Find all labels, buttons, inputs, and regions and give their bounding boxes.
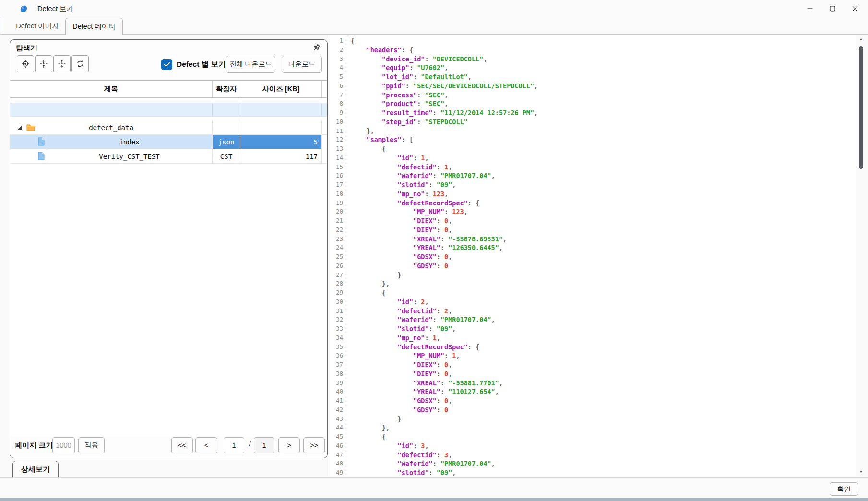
code-line: "GDSY": 0: [351, 262, 856, 271]
tab-defect-image[interactable]: Defect 이미지: [12, 18, 63, 34]
line-number: 48: [330, 459, 343, 468]
view-by-defect-checkbox[interactable]: [161, 59, 172, 70]
apply-button[interactable]: 적용: [78, 437, 105, 453]
code-line: "equip": "U7602",: [351, 63, 856, 72]
code-line: "GDSX": 0,: [351, 252, 856, 262]
code-line: "waferid": "PMR01707.04",: [351, 459, 856, 468]
column-header-title[interactable]: 제목: [10, 81, 213, 97]
line-number: 29: [330, 288, 343, 298]
refresh-icon: [76, 60, 84, 68]
line-number: 7: [330, 91, 343, 100]
page-size-input[interactable]: [52, 437, 75, 453]
line-number: 39: [330, 379, 343, 388]
line-number: 2: [330, 46, 343, 55]
locate-target-button[interactable]: [17, 55, 34, 72]
line-number: 40: [330, 387, 343, 396]
table-row-folder[interactable]: defect_data: [10, 120, 327, 135]
row-size: [240, 120, 322, 134]
tab-content: 탐색기 Defect 별 보기 전체 다운로드 다운로드: [0, 35, 868, 477]
code-line: },: [351, 423, 856, 432]
tree-indent-line: [47, 149, 47, 163]
page-size-label: 페이지 크기: [15, 441, 53, 450]
line-number: 37: [330, 360, 343, 370]
filter-cell-title[interactable]: [10, 103, 213, 116]
row-size: 5: [240, 135, 322, 149]
line-number: 11: [330, 127, 343, 136]
filter-cell-size[interactable]: [240, 103, 322, 116]
caption-buttons: [798, 0, 866, 17]
explorer-title: 탐색기: [16, 44, 37, 53]
maximize-button[interactable]: [821, 0, 844, 17]
scroll-down-icon[interactable]: ▼: [857, 468, 865, 475]
expand-all-button[interactable]: [53, 55, 71, 72]
line-number: 24: [330, 243, 343, 252]
column-header-filler: [322, 81, 327, 97]
minimize-button[interactable]: [798, 0, 821, 17]
close-button[interactable]: [844, 0, 866, 17]
prev-page-button[interactable]: <: [195, 437, 217, 453]
line-number: 49: [330, 468, 343, 476]
line-number: 34: [330, 334, 343, 343]
next-page-button[interactable]: >: [278, 437, 300, 453]
code-line: "process": "SEC",: [351, 91, 856, 100]
table-row-index[interactable]: index json 5: [10, 135, 327, 149]
tree-indent-line: [47, 135, 47, 149]
line-number: 14: [330, 154, 343, 163]
line-number: 12: [330, 135, 343, 144]
code-line: "lot_id": "DefaultLot",: [351, 72, 856, 82]
line-number: 35: [330, 343, 343, 352]
code-line: "YREAL": "110127.654",: [351, 387, 856, 396]
pin-icon[interactable]: [311, 43, 321, 53]
first-page-button[interactable]: <<: [171, 437, 193, 453]
ok-button[interactable]: 확인: [830, 482, 858, 496]
vertical-scrollbar[interactable]: ▲ ▼: [857, 36, 865, 475]
line-number: 17: [330, 180, 343, 190]
code-line: }: [351, 271, 856, 280]
locate-target-icon: [21, 60, 30, 68]
download-all-button[interactable]: 전체 다운로드: [226, 56, 275, 73]
code-line: "mp_no": 123,: [351, 190, 856, 199]
code-line: "GDSY": 0: [351, 406, 856, 415]
code-line: "XREAL": "-55878.69531",: [351, 235, 856, 244]
column-header-ext[interactable]: 확장자: [213, 81, 240, 97]
current-page-input[interactable]: [224, 437, 244, 453]
code-line: "id": 2,: [351, 298, 856, 307]
scroll-up-icon[interactable]: ▲: [857, 36, 865, 42]
row-ext: json: [213, 135, 240, 149]
table-header: 제목 확장자 사이즈 [KB]: [10, 80, 327, 98]
line-number: 10: [330, 118, 343, 127]
tab-defect-data[interactable]: Defect 데이터: [65, 18, 123, 35]
line-number: 42: [330, 406, 343, 415]
line-number: 9: [330, 108, 343, 118]
line-number: 13: [330, 144, 343, 154]
collapse-all-button[interactable]: [35, 55, 52, 72]
scrollbar-thumb[interactable]: [859, 46, 863, 169]
code-line: "defectid": 1,: [351, 163, 856, 172]
code-line: "MP_NUM": 1,: [351, 351, 856, 360]
line-number: 44: [330, 423, 343, 432]
line-number: 15: [330, 163, 343, 172]
column-header-size[interactable]: 사이즈 [KB]: [240, 81, 322, 97]
detail-view-tab[interactable]: 상세보기: [12, 461, 59, 478]
code-line: "YREAL": "126350.6445",: [351, 243, 856, 252]
download-button[interactable]: 다운로드: [282, 56, 322, 73]
table-row-verity[interactable]: Verity_CST_TEST CST 117: [10, 149, 327, 164]
window-title: Defect 보기: [37, 0, 73, 17]
json-viewer[interactable]: 1234567891011121314151617181920212223242…: [330, 35, 856, 476]
code-line: },: [351, 279, 856, 288]
line-number: 27: [330, 271, 343, 280]
code-line: "id": 3,: [351, 441, 856, 451]
refresh-button[interactable]: [71, 55, 89, 72]
line-number: 16: [330, 171, 343, 180]
footer-bar: 확인: [0, 477, 868, 498]
filter-cell-ext[interactable]: [213, 103, 240, 116]
last-page-button[interactable]: >>: [303, 437, 325, 453]
code-line: "slotid": "09",: [351, 468, 856, 476]
line-number: 32: [330, 315, 343, 324]
view-by-defect-label: Defect 별 보기: [177, 60, 226, 70]
line-number: 26: [330, 262, 343, 271]
tree-expander-icon[interactable]: [18, 125, 22, 130]
code-line: {: [351, 432, 856, 441]
filter-row[interactable]: [10, 103, 327, 117]
code-line: "ppid": "SEC/SEC/DEVICEDCOLL/STEPDCOLL",: [351, 82, 856, 91]
